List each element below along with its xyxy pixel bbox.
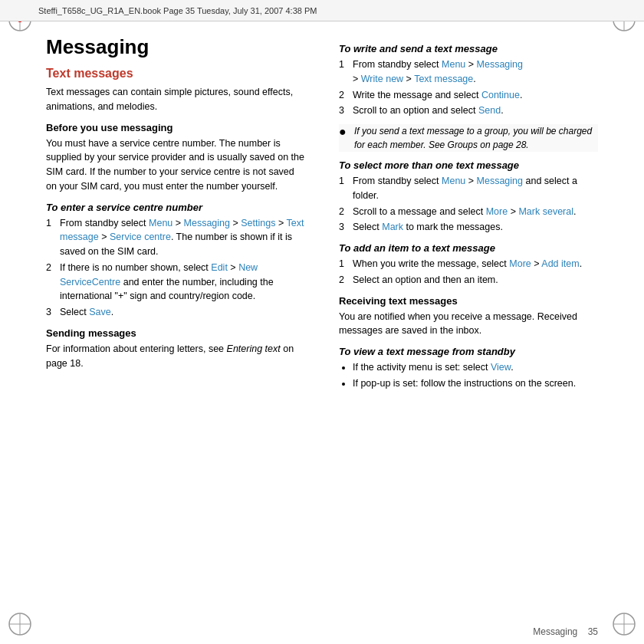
receiving-text: You are notified when you receive a mess… [339,310,598,339]
intro-text: Text messages can contain simple picture… [46,85,305,114]
more-link-1: More [486,206,508,217]
footer-label: Messaging [533,626,577,637]
note-block: ● If you send a text message to a group,… [339,124,598,152]
more-link-2: More [509,258,531,269]
right-column: To write and send a text message 1 From … [320,21,598,619]
enter-service-title: To enter a service centre number [46,202,305,213]
page-header: Steffi_T658c_UG_R1A_EN.book Page 35 Tues… [0,0,644,21]
view-title: To view a text message from standby [339,346,598,357]
text-message-link-r1: Text message [414,74,473,84]
entering-text-italic: Entering text [227,343,281,354]
text-messages-title: Text messages [46,67,305,80]
select-step-2: 2 Scroll to a message and select More > … [339,205,598,219]
menu-link-r2: Menu [442,176,465,186]
view-bullet-2: If pop-up is set: follow the instruction… [353,376,598,391]
add-step-2: 2 Select an option and then an item. [339,273,598,288]
menu-link-r1: Menu [442,59,465,70]
view-link: View [491,362,511,373]
note-text: If you send a text message to a group, y… [354,124,598,152]
left-column: Messaging Text messages Text messages ca… [46,21,320,619]
write-step-1: 1 From standby select Menu > Messaging> … [339,58,598,87]
save-link: Save [89,307,111,317]
new-service-centre-link: New ServiceCentre [60,262,258,288]
view-bullet-1: If the activity menu is set: select View… [353,360,598,375]
write-send-title: To write and send a text message [339,43,598,54]
write-send-steps: 1 From standby select Menu > Messaging> … [339,58,598,118]
before-text: You must have a service centre number. T… [46,136,305,194]
write-step-3: 3 Scroll to an option and select Send. [339,104,598,118]
write-new-link: Write new [361,74,403,84]
add-item-title: To add an item to a text message [339,242,598,254]
messaging-link-1: Messaging [184,218,230,228]
step-3: 3 Select Save. [46,305,305,320]
service-centre-link: Service centre [110,232,171,242]
menu-link-1: Menu [149,218,172,228]
mark-link: Mark [382,222,403,232]
footer-page: 35 [588,626,598,637]
page-title: Messaging [46,35,305,59]
sending-text: For information about entering letters, … [46,342,305,371]
enter-service-steps: 1 From standby select Menu > Messaging >… [46,216,305,320]
add-step-1: 1 When you write the message, select Mor… [339,257,598,271]
mark-several-link: Mark several [518,206,573,217]
continue-link: Continue [481,90,520,100]
select-more-title: To select more than one text message [339,159,598,171]
settings-link: Settings [241,218,275,228]
select-step-1: 1 From standby select Menu > Messaging a… [339,174,598,203]
messaging-link-r2: Messaging [477,176,523,186]
step-1: 1 From standby select Menu > Messaging >… [46,216,305,259]
view-bullets: If the activity menu is set: select View… [339,360,598,391]
write-step-2: 2 Write the message and select Continue. [339,88,598,103]
main-content: Messaging Text messages Text messages ca… [46,21,598,619]
add-item-link: Add item [541,258,579,269]
note-icon: ● [339,124,350,140]
receiving-title: Receiving text messages [339,295,598,307]
edit-link: Edit [211,262,228,273]
select-step-3: 3 Select Mark to mark the messages. [339,220,598,235]
before-title: Before you use messaging [46,122,305,133]
add-item-steps: 1 When you write the message, select Mor… [339,257,598,288]
send-link: Send [478,105,501,116]
sending-title: Sending messages [46,327,305,339]
page-footer: Messaging 35 [0,619,644,644]
messaging-link-r1: Messaging [477,59,523,70]
step-2: 2 If there is no number shown, select Ed… [46,261,305,304]
header-text: Steffi_T658c_UG_R1A_EN.book Page 35 Tues… [38,6,317,15]
select-more-steps: 1 From standby select Menu > Messaging a… [339,174,598,235]
